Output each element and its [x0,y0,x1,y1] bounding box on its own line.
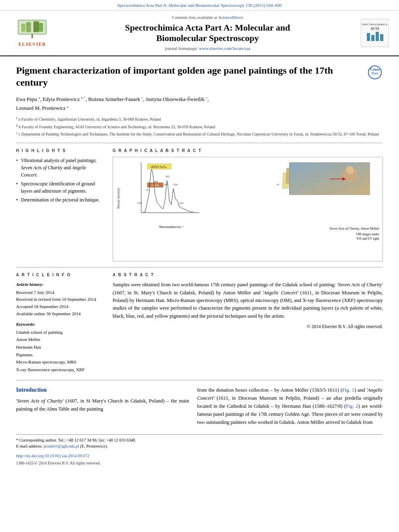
article-title-section: Pigment characterization of important go… [16,56,383,92]
article-title: Pigment characterization of important go… [16,64,346,88]
revised-date: Received in revised form 10 September 20… [16,296,105,303]
introduction-section: Introduction 'Seven Acts of Charity' (16… [16,380,383,426]
layer-painting [289,162,370,195]
painting-caption-text: Seven Acts of Charity [329,226,359,230]
svg-text:Mark: Mark [371,72,378,75]
intro-left-text: 'Seven Acts of Charity' (1607, in St Mar… [16,397,189,413]
svg-rect-1 [26,22,31,32]
svg-text:610: 610 [138,201,142,205]
om-label: OM images underVIS and UV light [356,232,379,241]
highlight-item-3: Determination of the pictorial technique… [16,196,105,203]
keyword-5: Micro-Raman spectroscopy, MRS [16,358,105,366]
corresponding-note: * Corresponding author. Tel.: +48 12 617… [16,437,383,444]
abstract-copyright: © 2014 Elsevier B.V. All rights reserved… [113,323,383,330]
keyword-2: Anton Möller [16,336,105,343]
article-history-title: Article history: [16,281,105,288]
svg-text:407: 407 [164,183,169,186]
contents-line: Contents lists available at ScienceDirec… [60,14,355,21]
svg-rect-8 [376,32,379,41]
doi-line: http://dx.doi.org/10.1016/j.saa.2014.09.… [16,453,383,459]
arrow-indicator: → [274,180,282,189]
x-axis-label: Wavenumber/cm⁻¹ [141,225,202,229]
intro-right-column: from the donation boxes collection – by … [197,386,383,426]
keywords-list: Gdańsk school of painting Anton Möller H… [16,329,105,374]
caption-author: , Anton Möller [359,226,379,230]
painting-content-svg [290,163,370,195]
highlight-item-2: Spectroscopic identification of ground l… [16,180,105,195]
elsevier-tree-icon [14,18,50,40]
svg-text:2PbO·SnO₂: 2PbO·SnO₂ [152,165,166,169]
article-info-abstract-section: A R T I C L E I N F O Article history: R… [16,267,383,373]
available-date: Available online 30 September 2014 [16,310,105,318]
highlights-label: H I G H L I G H T S [16,148,105,154]
issn-line: 1386-1425/© 2014 Elsevier B.V. All right… [16,460,383,466]
doi-link[interactable]: http://dx.doi.org/10.1016/j.saa.2014.09.… [16,454,89,458]
received-date: Received 7 July 2014 [16,289,105,296]
crossmark-area: Cross Mark [367,64,383,80]
y-axis-label: Raman intensity [116,188,121,209]
abstract-label: A B S T R A C T [113,272,383,278]
crossmark-icon: Cross Mark [368,65,382,80]
abstract-text: Samples were obtained from two world-fam… [113,281,383,320]
ga-content-area: Raman intensity 2PbO·SnO₂ Fe₂O₃ [116,160,379,241]
elsevier-logo: ELSEVIER [8,18,56,48]
email-link[interactable]: pronievi@agh.edu.pl [43,444,79,448]
svg-text:Fe₂O₃: Fe₂O₃ [152,183,159,187]
ga-chart-area: Raman intensity 2PbO·SnO₂ Fe₂O₃ [116,160,202,236]
affiliation-a: a a Faculty of Chemistry, Jagiellonian U… [16,116,383,122]
svg-text:250: 250 [173,183,178,186]
svg-text:224: 224 [179,201,184,205]
publisher-logo-area: ELSEVIER [8,18,56,48]
svg-rect-6 [367,33,370,41]
painting-layers-viz: → [283,160,379,225]
keyword-1: Gdańsk school of painting [16,329,105,336]
journal-homepage: journal homepage: www.elsevier.com/locat… [60,45,355,51]
journal-title: Spectrochimica Acta Part A: Molecular an… [60,23,355,44]
keywords-title: Keywords: [16,321,105,327]
intro-left-column: Introduction 'Seven Acts of Charity' (16… [16,386,189,426]
graphical-abstract-column: G R A P H I C A L A B S T R A C T Raman … [113,148,383,261]
sciencedirect-link[interactable]: ScienceDirect [218,15,243,20]
keyword-6: X-ray fluorescence spectroscopy, XRF [16,366,105,374]
graphical-abstract-label: G R A P H I C A L A B S T R A C T [113,148,383,154]
svg-text:163: 163 [146,188,150,191]
abstract-column: A B S T R A C T Samples were obtained fr… [113,272,383,373]
affiliation-c: c c Department of Painting Technologies … [16,131,383,137]
svg-text:395: 395 [165,175,170,178]
highlight-item-1: Vibrational analysis of panel paintings;… [16,157,105,179]
journal-logo-area: SPECTROCHIMICA ACTA [359,19,391,47]
svg-rect-9 [380,34,383,41]
article-info-label: A R T I C L E I N F O [16,272,105,278]
journal-reference-bar: Spectrochimica Acta Part A: Molecular an… [0,0,399,10]
homepage-link[interactable]: www.elsevier.com/locate/saa [199,46,251,51]
journal-logo: SPECTROCHIMICA ACTA [361,19,389,47]
graphical-abstract-box: Raman intensity 2PbO·SnO₂ Fe₂O₃ [113,157,383,261]
svg-text:288: 288 [154,180,158,183]
keyword-3: Hermann Han [16,343,105,351]
ga-painting-area: → Seven Acts of Charity, Anton Möller OM… [205,160,379,241]
svg-rect-7 [371,35,374,41]
highlights-column: H I G H L I G H T S Vibrational analysis… [16,148,105,261]
journal-title-area: Contents lists available at ScienceDirec… [60,14,355,51]
article-history-block: Article history: Received 7 July 2014 Re… [16,281,105,317]
article-content: Pigment characterization of important go… [0,56,399,466]
highlights-graphical-section: H I G H L I G H T S Vibrational analysis… [16,143,383,261]
intro-right-text: from the donation boxes collection – by … [197,386,383,426]
article-info-column: A R T I C L E I N F O Article history: R… [16,272,105,373]
svg-text:22: 22 [150,165,154,168]
keywords-block: Keywords: Gdańsk school of painting Anto… [16,321,105,374]
keyword-4: Pigments [16,351,105,359]
affiliation-b: b b Faculty of Foundry Engineering, AGH … [16,123,383,130]
svg-rect-4 [39,23,43,32]
svg-text:Cross: Cross [370,67,380,72]
raman-chart-svg: 2PbO·SnO₂ Fe₂O₃ 22 163 288 395 610 [129,160,202,223]
affiliations: a a Faculty of Chemistry, Jagiellonian U… [16,116,383,137]
journal-header: ELSEVIER Contents lists available at Sci… [0,10,399,56]
journal-reference-text: Spectrochimica Acta Part A: Molecular an… [117,3,282,8]
highlights-list: Vibrational analysis of panel paintings;… [16,157,105,203]
introduction-title: Introduction [16,386,189,394]
svg-rect-2 [33,21,39,32]
email-note: E-mail address: pronievi@agh.edu.pl (E. … [16,443,383,450]
accepted-date: Accepted 18 September 2014 [16,303,105,310]
authors-line: Ewa Pięta a, Edyta Proniewicz b,*, Bożen… [16,95,383,113]
